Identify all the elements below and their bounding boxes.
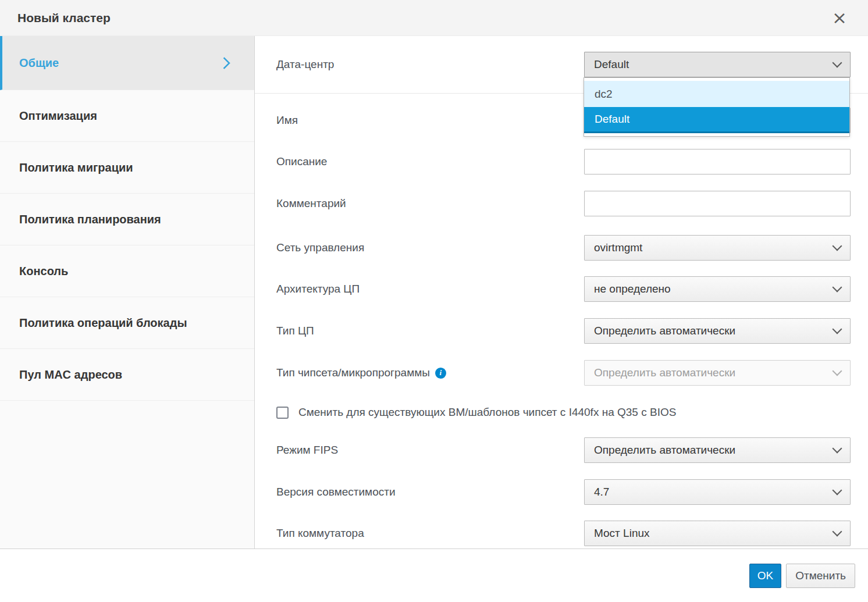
chipset-select-value: Определить автоматически	[594, 366, 735, 379]
switch-type-select-value: Мост Linux	[594, 527, 650, 540]
close-button[interactable]: ×	[832, 9, 847, 27]
sidebar-item-label: Политика миграции	[19, 161, 237, 174]
sidebar-item-label: Общие	[19, 56, 220, 70]
sidebar-item-label: Политика планирования	[19, 213, 237, 226]
description-row: Описание	[276, 149, 851, 174]
sidebar-item-console[interactable]: Консоль	[0, 245, 254, 297]
chipset-change-row: Сменить для существующих ВМ/шаблонов чип…	[276, 406, 851, 419]
cpu-type-label: Тип ЦП	[276, 325, 584, 337]
info-icon[interactable]: i	[435, 368, 446, 379]
switch-type-label: Тип коммутатора	[276, 527, 584, 540]
chevron-down-icon	[833, 527, 842, 537]
sidebar-item-optimization[interactable]: Оптимизация	[0, 90, 254, 142]
chevron-down-icon	[833, 444, 842, 454]
sidebar-item-mac-pool[interactable]: Пул MAC адресов	[0, 349, 254, 401]
chevron-down-icon	[833, 58, 842, 68]
compat-version-row: Версия совместимости 4.7	[276, 479, 851, 505]
switch-type-select[interactable]: Мост Linux	[584, 521, 851, 546]
chevron-down-icon	[833, 366, 842, 376]
sidebar-item-label: Консоль	[19, 265, 237, 278]
cpu-arch-select-value: не определено	[594, 283, 671, 295]
compat-version-label: Версия совместимости	[276, 486, 584, 498]
dropdown-option-default[interactable]: Default	[584, 107, 849, 133]
cpu-arch-label: Архитектура ЦП	[276, 283, 584, 295]
dialog-footer: OK Отменить	[0, 548, 868, 602]
sidebar-item-label: Политика операций блокады	[19, 316, 237, 330]
fips-row: Режим FIPS Определить автоматически	[276, 437, 851, 463]
cpu-type-select[interactable]: Определить автоматически	[584, 318, 851, 344]
cpu-arch-select[interactable]: не определено	[584, 276, 851, 302]
cancel-button[interactable]: Отменить	[786, 564, 855, 588]
sidebar: Общие Оптимизация Политика миграции Поли…	[0, 36, 255, 548]
mgmt-network-label: Сеть управления	[276, 241, 584, 254]
cpu-arch-row: Архитектура ЦП не определено	[276, 276, 851, 302]
chevron-down-icon	[833, 283, 842, 293]
cpu-type-select-value: Определить автоматически	[594, 325, 735, 337]
general-form: Дата-центр Default Имя Описание Коммента…	[255, 36, 868, 548]
chipset-row: Тип чипсета/микропрограммы i Определить …	[276, 360, 851, 386]
dialog-header: Новый кластер ×	[0, 0, 868, 36]
cpu-type-row: Тип ЦП Определить автоматически	[276, 318, 851, 344]
mgmt-network-row: Сеть управления ovirtmgmt	[276, 235, 851, 261]
fips-label: Режим FIPS	[276, 444, 584, 457]
chevron-down-icon	[833, 486, 842, 496]
comment-input[interactable]	[584, 191, 851, 216]
chipset-select: Определить автоматически	[584, 360, 851, 386]
compat-version-select-value: 4.7	[594, 486, 609, 498]
fips-select-value: Определить автоматически	[594, 444, 735, 457]
sidebar-item-label: Оптимизация	[19, 109, 237, 123]
chipset-label-text: Тип чипсета/микропрограммы	[276, 366, 430, 379]
sidebar-item-migration-policy[interactable]: Политика миграции	[0, 142, 254, 194]
ok-button[interactable]: OK	[749, 564, 781, 588]
chevron-right-icon	[218, 56, 230, 69]
datacenter-select-value: Default	[594, 58, 629, 71]
switch-type-row: Тип коммутатора Мост Linux	[276, 521, 851, 546]
datacenter-dropdown-menu: dc2 Default	[584, 77, 850, 137]
fips-select[interactable]: Определить автоматически	[584, 437, 851, 463]
chipset-label: Тип чипсета/микропрограммы i	[276, 366, 584, 379]
dialog-title: Новый кластер	[17, 11, 832, 25]
mgmt-network-select-value: ovirtmgmt	[594, 241, 642, 254]
compat-version-select[interactable]: 4.7	[584, 479, 851, 505]
name-label: Имя	[276, 114, 584, 127]
dropdown-option-dc2[interactable]: dc2	[584, 81, 849, 107]
description-label: Описание	[276, 155, 584, 168]
comment-row: Комментарий	[276, 191, 851, 216]
sidebar-item-label: Пул MAC адресов	[19, 368, 237, 382]
mgmt-network-select[interactable]: ovirtmgmt	[584, 235, 851, 261]
datacenter-row: Дата-центр Default	[276, 52, 851, 77]
comment-label: Комментарий	[276, 197, 584, 210]
datacenter-select[interactable]: Default	[584, 52, 851, 77]
new-cluster-dialog: Новый кластер × Общие Оптимизация Полити…	[0, 0, 868, 602]
dialog-body: Общие Оптимизация Политика миграции Поли…	[0, 36, 868, 548]
sidebar-item-scheduling-policy[interactable]: Политика планирования	[0, 194, 254, 245]
chevron-down-icon	[833, 241, 842, 251]
sidebar-item-general[interactable]: Общие	[0, 36, 254, 90]
chipset-change-label: Сменить для существующих ВМ/шаблонов чип…	[298, 406, 676, 419]
chipset-change-checkbox[interactable]	[276, 407, 289, 419]
chevron-down-icon	[833, 325, 842, 334]
sidebar-item-fencing-policy[interactable]: Политика операций блокады	[0, 297, 254, 349]
description-input[interactable]	[584, 149, 851, 174]
datacenter-label: Дата-центр	[276, 58, 584, 71]
close-icon: ×	[832, 7, 847, 28]
